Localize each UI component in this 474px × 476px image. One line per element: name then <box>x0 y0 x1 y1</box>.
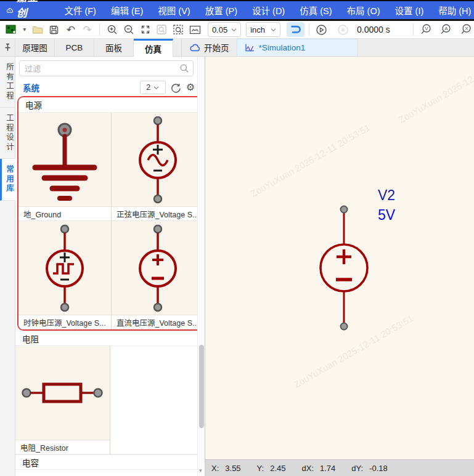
cloud-icon <box>189 44 200 52</box>
zoom-region-button[interactable] <box>171 22 186 37</box>
new-project-button[interactable] <box>4 22 19 37</box>
zoom-selection-button[interactable] <box>154 22 170 37</box>
zoom-out-button[interactable] <box>121 22 136 37</box>
undo-icon: ↶ <box>67 25 75 35</box>
power-category-grid: 地_Ground <box>18 113 202 329</box>
category-header-capacitor[interactable]: 电容 <box>15 454 205 470</box>
menu-simulation[interactable]: 仿真 (S) <box>292 4 339 17</box>
play-icon <box>316 24 327 36</box>
pushpin-icon <box>4 43 12 52</box>
measure-button[interactable] <box>187 22 203 37</box>
resistor-preview[interactable] <box>15 346 110 440</box>
library-item-resistor[interactable]: 电阻_Resistor <box>15 346 110 454</box>
menu-help[interactable]: 帮助 (H) <box>431 4 474 17</box>
sine-source-preview[interactable] <box>112 113 203 206</box>
pin-panel-button[interactable] <box>0 39 15 56</box>
sidebar-item-common-library[interactable]: 常用库 <box>0 159 15 201</box>
component-designator-label[interactable]: V2 <box>378 186 395 204</box>
new-project-icon <box>6 25 17 34</box>
library-scrollbar[interactable]: ▾ <box>197 57 205 476</box>
new-project-dropdown[interactable]: ▾ <box>20 22 28 37</box>
toolbar-separator <box>309 23 309 36</box>
cursor-dy-label: dY: <box>351 464 363 473</box>
sidebar-item-all-projects[interactable]: 所有工程 <box>0 57 15 108</box>
undo-button[interactable]: ↶ <box>63 22 78 37</box>
chevron-down-icon <box>231 28 237 32</box>
measure-icon <box>189 25 201 35</box>
component-pin-bottom[interactable] <box>341 323 348 330</box>
component-value-label[interactable]: 5V <box>378 206 395 224</box>
cursor-dx-value: 1.74 <box>320 464 335 473</box>
library-item-ground[interactable]: 地_Ground <box>18 113 112 221</box>
menu-view[interactable]: 视图 (V) <box>150 4 197 17</box>
library-item-label: 正弦电压源_Voltage S... <box>112 206 203 221</box>
gear-icon[interactable]: ⚙ <box>186 83 195 92</box>
doc-tab-start-page[interactable]: 开始页 <box>182 39 237 56</box>
dc-voltage-source-icon <box>112 222 203 314</box>
zoom-in-button[interactable] <box>104 22 120 37</box>
scrollbar-down-arrow[interactable]: ▾ <box>199 467 202 474</box>
cursor-dx-label: dX: <box>302 464 314 473</box>
run-simulation-button[interactable] <box>314 22 329 37</box>
library-item-clock-voltage-source[interactable]: 时钟电压源_Voltage S... <box>18 221 112 329</box>
category-header-power[interactable]: 电源 <box>18 97 202 113</box>
unit-select[interactable]: inch <box>246 22 280 37</box>
tab-bar: 原理图 PCB 面板 仿真 开始页 *Simulation1 <box>0 39 474 57</box>
simulation-time: 0.0000 s <box>357 25 400 34</box>
scrollbar-thumb[interactable] <box>199 345 204 428</box>
menu-bar: 嘉立创EDA 文件 (F) 编辑 (E) 视图 (V) 放置 (P) 设计 (D… <box>0 0 474 21</box>
empty-cell <box>110 346 205 440</box>
menu-design[interactable]: 设计 (D) <box>245 4 292 17</box>
remove-probe-button[interactable]: X <box>459 22 474 37</box>
column-count-select[interactable]: 2 <box>140 81 166 94</box>
cursor-dy-value: -0.18 <box>369 464 388 473</box>
tab-schematic[interactable]: 原理图 <box>15 39 55 56</box>
doc-tab-simulation1[interactable]: *Simulation1 <box>237 39 358 56</box>
zoom-fit-button[interactable] <box>137 22 153 37</box>
open-button[interactable] <box>30 22 45 37</box>
sidebar-item-project-design[interactable]: 工程设计 <box>0 108 15 159</box>
library-item-dc-voltage-source[interactable]: 直流电压源_Voltage S... <box>112 221 203 329</box>
status-bar: X: 3.55 Y: 2.45 dX: 1.74 dY: -0.18 <box>205 459 474 476</box>
grid-size-select[interactable]: 0.05 <box>208 22 241 37</box>
cloud-logo-icon <box>6 6 14 15</box>
stop-simulation-button[interactable] <box>335 22 351 37</box>
library-item-sine-voltage-source[interactable]: 正弦电压源_Voltage S... <box>112 113 203 221</box>
library-item-label: 直流电压源_Voltage S... <box>112 315 203 329</box>
dc-source-preview[interactable] <box>112 221 203 315</box>
category-header-resistor[interactable]: 电阻 <box>15 331 205 346</box>
save-button[interactable] <box>46 22 62 37</box>
filter-row <box>15 57 205 79</box>
menu-place[interactable]: 放置 (P) <box>198 4 245 17</box>
eda-application-window: 嘉立创EDA 文件 (F) 编辑 (E) 视图 (V) 放置 (P) 设计 (D… <box>0 0 474 476</box>
menu-file[interactable]: 文件 (F) <box>57 4 104 17</box>
tab-group-divider <box>173 39 182 56</box>
tab-simulation[interactable]: 仿真 <box>134 39 173 57</box>
library-source-tab[interactable]: 系统 <box>23 81 39 94</box>
menu-edit[interactable]: 编辑 (E) <box>104 4 150 17</box>
doc-tab-label: 开始页 <box>204 41 229 54</box>
toolbar-separator <box>413 23 414 36</box>
wire-probe-button[interactable] <box>287 22 304 37</box>
tab-pcb[interactable]: PCB <box>55 39 94 56</box>
doc-tab-label: *Simulation1 <box>259 43 306 52</box>
tab-panel[interactable]: 面板 <box>94 39 134 56</box>
empty-cell-label <box>110 440 205 454</box>
resistor-category-grid: 电阻_Resistor <box>15 346 205 454</box>
schematic-canvas[interactable]: ZouYuXuan 2025-12-11 20:53:51 ZouYuXuan … <box>205 57 474 459</box>
component-pin-top[interactable] <box>341 206 348 213</box>
library-item-label: 时钟电压源_Voltage S... <box>18 315 111 329</box>
refresh-icon[interactable] <box>171 83 181 93</box>
filter-input[interactable] <box>20 61 193 76</box>
current-probe-button[interactable]: A <box>438 22 454 37</box>
ground-symbol-preview[interactable] <box>18 113 111 206</box>
redo-icon: ↷ <box>83 25 92 35</box>
dc-voltage-source-component[interactable] <box>307 204 381 331</box>
clock-source-preview[interactable] <box>18 221 111 315</box>
menu-layout[interactable]: 布局 (O) <box>340 4 388 17</box>
svg-text:A: A <box>445 26 449 31</box>
menu-settings[interactable]: 设置 (I) <box>388 4 431 17</box>
redo-button[interactable]: ↷ <box>80 22 95 37</box>
chevron-down-icon: ▾ <box>23 26 26 33</box>
voltage-probe-button[interactable]: V <box>418 22 433 37</box>
